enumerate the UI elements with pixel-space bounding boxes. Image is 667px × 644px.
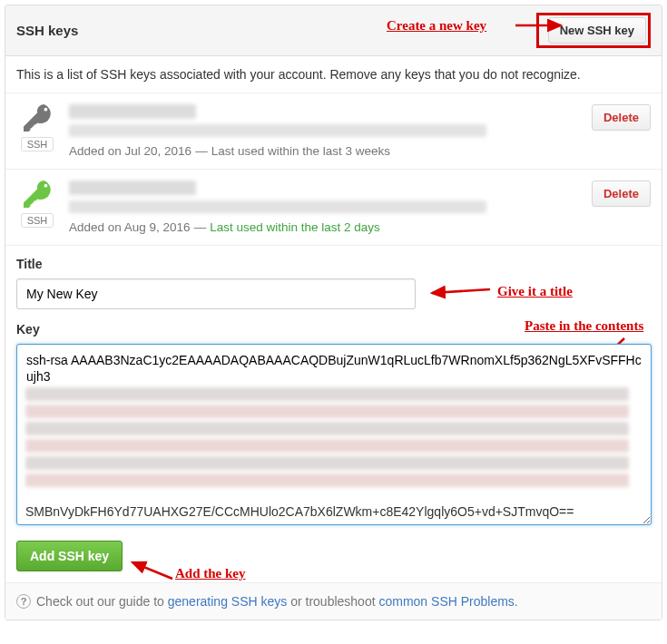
- key-meta: Added on Jul 20, 2016—Last used within t…: [69, 144, 583, 158]
- annotation-create-key: Create a new key: [387, 18, 486, 34]
- annotation-arrow: [425, 278, 497, 306]
- delete-key-button[interactable]: Delete: [592, 104, 651, 131]
- svg-line-3: [132, 562, 172, 579]
- info-icon: ?: [16, 594, 31, 609]
- redacted-key-name: [69, 104, 196, 119]
- title-input[interactable]: [16, 278, 416, 309]
- key-label: Key: [16, 322, 651, 337]
- page-title: SSH keys: [16, 23, 78, 38]
- key-meta: Added on Aug 9, 2016—Last used within th…: [69, 220, 583, 234]
- ssh-key-row: SSH Added on Jul 20, 2016—Last used with…: [5, 93, 662, 170]
- key-icon: [24, 104, 51, 132]
- ssh-badge: SSH: [21, 213, 54, 228]
- footer-text: or troubleshoot: [287, 594, 378, 609]
- new-ssh-key-button[interactable]: New SSH key: [548, 17, 646, 44]
- annotation-add: Add the key: [175, 566, 246, 581]
- ssh-key-row: SSH Added on Aug 9, 2016—Last used withi…: [5, 170, 662, 246]
- annotation-highlight-box: New SSH key: [536, 13, 651, 48]
- ssh-badge: SSH: [21, 137, 54, 151]
- footer-link-problems[interactable]: common SSH Problems: [378, 594, 514, 609]
- key-textarea[interactable]: [16, 344, 652, 525]
- redacted-fingerprint: [69, 200, 486, 213]
- key-tail-text: SMBnVyDkFH6Yd77UAHXG27E/CCcMHUlo2CA7bX6l…: [25, 504, 629, 519]
- redacted-fingerprint: [69, 124, 486, 137]
- footer-link-generating[interactable]: generating SSH keys: [168, 594, 288, 609]
- delete-key-button[interactable]: Delete: [592, 181, 651, 207]
- footer: ? Check out our guide to generating SSH …: [5, 582, 662, 620]
- key-icon: [24, 181, 51, 208]
- title-label: Title: [16, 257, 651, 271]
- panel-description: This is a list of SSH keys associated wi…: [5, 56, 662, 93]
- svg-line-1: [432, 289, 490, 293]
- footer-text: .: [515, 594, 518, 609]
- annotation-arrow: [125, 557, 180, 584]
- add-ssh-key-button[interactable]: Add SSH key: [16, 541, 123, 571]
- redacted-key-name: [69, 181, 196, 195]
- annotation-title: Give it a title: [497, 284, 573, 299]
- panel-header: SSH keys New SSH key Create a new key: [5, 5, 662, 56]
- add-key-form: Title Give it a title Key Paste in the c…: [5, 246, 662, 582]
- footer-text: Check out our guide to: [36, 594, 168, 609]
